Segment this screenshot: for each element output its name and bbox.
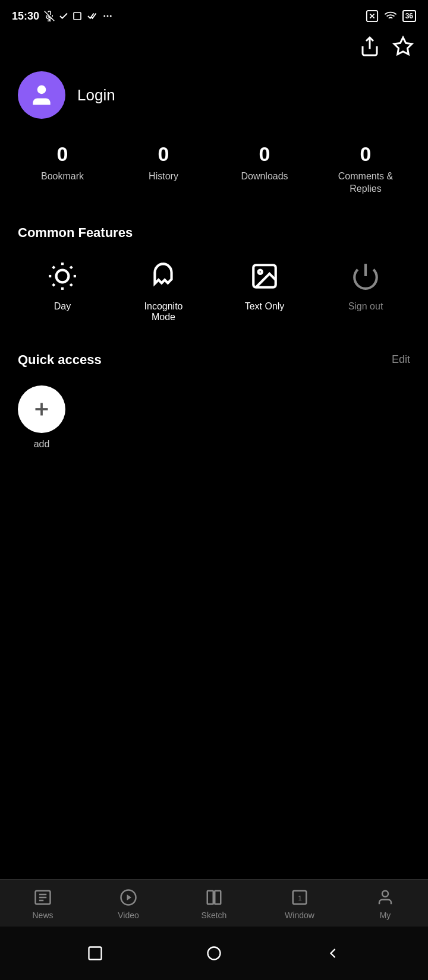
settings-button[interactable]	[392, 36, 414, 59]
svg-line-18	[70, 284, 72, 286]
status-time: 15:30	[12, 10, 39, 23]
add-label: add	[18, 439, 65, 450]
edit-button[interactable]: Edit	[392, 353, 410, 366]
svg-rect-34	[207, 890, 213, 904]
ghost-icon	[149, 261, 178, 291]
sys-home-button[interactable]	[203, 943, 225, 964]
avatar[interactable]	[18, 71, 65, 119]
svg-point-24	[259, 270, 262, 273]
svg-point-14	[56, 270, 69, 282]
quick-access-title: Quick access	[18, 352, 102, 368]
stat-history[interactable]: 0 History	[113, 143, 214, 195]
settings-icon	[392, 36, 414, 57]
add-quick-access-button[interactable]	[18, 385, 65, 433]
common-features-title: Common Features	[0, 213, 428, 252]
plus-icon	[31, 399, 52, 420]
battery-icon: 36	[402, 10, 416, 22]
square-icon	[73, 11, 82, 21]
text-only-label: Text Only	[245, 301, 285, 312]
share-button[interactable]	[359, 36, 380, 59]
svg-rect-35	[215, 890, 221, 904]
svg-marker-12	[394, 37, 412, 55]
nav-item-my[interactable]: My	[342, 888, 428, 920]
stat-downloads[interactable]: 0 Downloads	[214, 143, 315, 195]
news-icon	[34, 889, 52, 906]
svg-point-5	[107, 15, 109, 17]
check-icon	[58, 11, 69, 21]
window-icon-container: 1	[290, 888, 309, 907]
feature-text-only[interactable]: Text Only	[214, 258, 315, 323]
svg-point-38	[382, 890, 388, 896]
nav-item-window[interactable]: 1 Window	[257, 888, 342, 920]
person-nav-icon-container	[376, 888, 395, 907]
video-icon-container	[119, 888, 138, 907]
nav-item-video[interactable]: Video	[86, 888, 171, 920]
status-right-icons: 36	[366, 10, 416, 23]
stats-row: 0 Bookmark 0 History 0 Downloads 0 Comme…	[0, 137, 428, 213]
nav-item-sketch[interactable]: Sketch	[171, 888, 257, 920]
news-label: News	[32, 911, 53, 920]
feature-incognito[interactable]: IncognitoMode	[113, 258, 214, 323]
power-icon	[351, 261, 380, 291]
wifi-icon	[383, 10, 398, 23]
sketch-icon-container	[204, 888, 224, 907]
image-icon-container	[247, 258, 282, 294]
quick-access-header: Quick access Edit	[0, 340, 428, 380]
person-nav-icon	[376, 889, 394, 906]
more-icon	[101, 11, 114, 21]
recent-apps-icon	[87, 945, 103, 962]
sign-out-label: Sign out	[348, 301, 383, 312]
system-nav	[0, 927, 428, 980]
svg-text:1: 1	[298, 894, 302, 902]
person-icon	[29, 82, 55, 108]
image-icon	[250, 261, 279, 291]
login-label[interactable]: Login	[77, 86, 115, 105]
stat-comments[interactable]: 0 Comments &Replies	[315, 143, 416, 195]
sketch-label: Sketch	[202, 911, 227, 920]
feature-sign-out[interactable]: Sign out	[315, 258, 416, 323]
feature-grid: Day IncognitoMode Text Only Sign	[0, 252, 428, 340]
video-label: Video	[118, 911, 139, 920]
status-bar: 15:30	[0, 0, 428, 30]
sys-recent-button[interactable]	[84, 943, 106, 964]
back-icon	[325, 945, 341, 962]
close-box-icon	[366, 10, 379, 23]
svg-rect-3	[74, 12, 81, 20]
svg-point-4	[103, 15, 105, 17]
share-icon	[359, 36, 380, 57]
video-icon	[119, 889, 137, 906]
day-label: Day	[54, 301, 71, 312]
news-icon-container	[33, 888, 52, 907]
quick-access-content: add	[0, 380, 428, 461]
svg-line-21	[53, 284, 55, 286]
window-icon: 1	[291, 889, 309, 906]
power-icon-container	[348, 258, 383, 294]
svg-marker-33	[127, 894, 132, 900]
feature-day[interactable]: Day	[12, 258, 113, 323]
sketch-icon	[205, 889, 223, 906]
bottom-nav: News Video Sketch 1 Window	[0, 879, 428, 927]
sun-icon-container	[45, 258, 80, 294]
home-circle-icon	[206, 945, 222, 962]
mute-icon	[44, 11, 55, 21]
double-check-icon	[86, 11, 97, 21]
svg-rect-39	[89, 947, 102, 960]
top-action-bar	[0, 30, 428, 65]
sun-icon	[48, 261, 77, 291]
ghost-icon-container	[146, 258, 181, 294]
svg-point-40	[208, 947, 221, 960]
window-label: Window	[285, 911, 314, 920]
svg-line-17	[53, 266, 55, 268]
my-label: My	[380, 911, 391, 920]
stat-bookmark[interactable]: 0 Bookmark	[12, 143, 113, 195]
profile-section: Login	[0, 65, 428, 137]
svg-point-6	[110, 15, 112, 17]
svg-point-13	[37, 86, 46, 94]
incognito-label: IncognitoMode	[144, 301, 183, 323]
nav-item-news[interactable]: News	[0, 888, 86, 920]
sys-back-button[interactable]	[322, 943, 344, 964]
svg-line-22	[70, 266, 72, 268]
